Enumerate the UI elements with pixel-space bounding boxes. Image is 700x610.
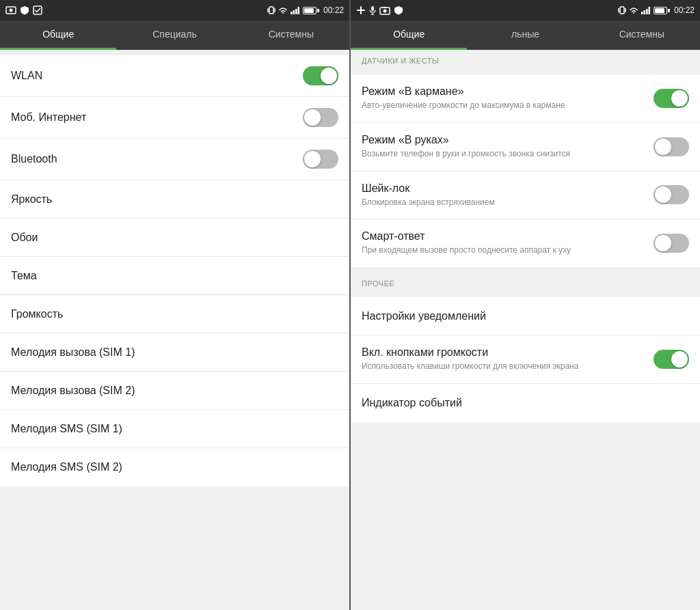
sensors-section-header: ДАТЧИКИ И ЖЕСТЫ (351, 50, 700, 69)
wlan-item[interactable]: WLAN (0, 55, 349, 97)
svg-point-16 (383, 9, 387, 12)
sms-sim1-item[interactable]: Мелодия SMS (SIM 1) (0, 410, 349, 448)
mobile-internet-item[interactable]: Моб. Интернет (0, 97, 349, 139)
pocket-mode-sub: Авто-увеличение громкости до максимума в… (362, 100, 648, 111)
pocket-mode-label: Режим «В кармане» (362, 85, 648, 98)
notification-settings-item[interactable]: Настройки уведомлений (351, 297, 700, 335)
shake-lock-item[interactable]: Шейк-лок Блокировка экрана встряхиванием (351, 171, 700, 220)
volume-buttons-label: Вкл. кнопками громкости (362, 346, 648, 359)
sms-sim2-label: Мелодия SMS (SIM 2) (11, 461, 122, 473)
event-indicator-item[interactable]: Индикатор событий (351, 384, 700, 422)
wallpaper-item[interactable]: Обои (0, 219, 349, 257)
ringtone-sim1-item[interactable]: Мелодия вызова (SIM 1) (0, 333, 349, 372)
bluetooth-toggle[interactable] (303, 150, 338, 169)
event-indicator-label: Индикатор событий (362, 397, 684, 409)
ringtone-sim2-label: Мелодия вызова (SIM 2) (11, 385, 135, 397)
svg-rect-22 (643, 10, 645, 14)
bluetooth-label: Bluetooth (11, 153, 57, 165)
brightness-label: Яркость (11, 193, 52, 206)
volume-buttons-toggle[interactable] (654, 350, 689, 369)
smart-answer-sub: При входящем вызове просто поднесите апп… (362, 245, 648, 256)
right-time: 00:22 (674, 5, 695, 15)
svg-rect-7 (293, 10, 295, 14)
hand-mode-label: Режим «В руках» (362, 134, 648, 146)
volume-item[interactable]: Громкость (0, 295, 349, 333)
svg-rect-23 (646, 9, 648, 14)
left-content[interactable]: WLAN Моб. Интернет Bluetooth (0, 50, 349, 610)
right-tab-bar: Общие льные Системны (351, 20, 700, 50)
photo-icon (379, 6, 390, 15)
wlan-label: WLAN (11, 70, 42, 82)
tab-special-right[interactable]: льные (467, 20, 583, 50)
mobile-internet-toggle[interactable] (303, 108, 338, 127)
volume-buttons-item[interactable]: Вкл. кнопками громкости Использовать кла… (351, 335, 700, 384)
wifi-icon-right (629, 6, 638, 14)
left-tab-bar: Общие Специаль Системны (0, 20, 349, 50)
wlan-toggle[interactable] (303, 66, 338, 85)
ringtone-sim2-item[interactable]: Мелодия вызова (SIM 2) (0, 372, 349, 410)
signal-icon-right (641, 6, 651, 14)
svg-rect-3 (269, 7, 273, 14)
volume-label: Громкость (11, 308, 63, 320)
sms-sim2-item[interactable]: Мелодия SMS (SIM 2) (0, 448, 349, 486)
right-status-icons: 00:22 (267, 5, 344, 15)
battery-icon (303, 7, 319, 14)
svg-rect-12 (371, 6, 374, 11)
tab-system-right[interactable]: Системны (584, 20, 700, 50)
shield-icon-right (394, 5, 403, 15)
other-list: Настройки уведомлений Вкл. кнопками гром… (351, 297, 700, 422)
left-panel: 00:22 Общие Специаль Системны WLAN Моб. … (0, 0, 349, 610)
svg-point-1 (10, 9, 13, 12)
svg-rect-24 (648, 7, 650, 14)
left-time: 00:22 (323, 5, 344, 15)
tab-system-left[interactable]: Системны (233, 20, 349, 50)
tab-general-left[interactable]: Общие (0, 20, 116, 50)
mic-icon (369, 5, 376, 15)
shield-icon (20, 5, 29, 15)
shake-lock-sub: Блокировка экрана встряхиванием (362, 197, 648, 208)
ringtone-sim1-label: Мелодия вызова (SIM 1) (11, 346, 135, 359)
svg-rect-6 (291, 12, 293, 14)
vibrate-icon-right (618, 5, 626, 15)
tab-special-left[interactable]: Специаль (116, 20, 232, 50)
svg-rect-21 (641, 12, 643, 14)
smart-answer-item[interactable]: Смарт-ответ При входящем вызове просто п… (351, 219, 700, 267)
svg-rect-17 (383, 7, 387, 8)
tab-general-right[interactable]: Общие (351, 20, 467, 50)
brightness-item[interactable]: Яркость (0, 180, 349, 219)
sms-sim1-label: Мелодия SMS (SIM 1) (11, 423, 122, 435)
shake-lock-label: Шейк-лок (362, 182, 648, 195)
shake-lock-toggle[interactable] (654, 185, 689, 204)
svg-rect-8 (295, 9, 297, 14)
right-status-icons-left (356, 5, 403, 15)
smart-answer-label: Смарт-ответ (362, 230, 648, 242)
wallpaper-label: Обои (11, 232, 38, 244)
bluetooth-item[interactable]: Bluetooth (0, 139, 349, 180)
sensors-list: Режим «В кармане» Авто-увеличение громко… (351, 74, 700, 267)
hand-mode-item[interactable]: Режим «В руках» Возьмите телефон в руки … (351, 123, 700, 171)
svg-rect-9 (297, 7, 299, 14)
left-status-bar: 00:22 (0, 0, 349, 20)
right-status-bar: 00:22 (351, 0, 700, 20)
vibrate-icon (267, 5, 275, 15)
plus-icon (356, 5, 366, 15)
signal-icon (291, 6, 300, 14)
theme-label: Тема (11, 270, 37, 282)
battery-icon-right (654, 7, 670, 14)
pocket-mode-item[interactable]: Режим «В кармане» Авто-увеличение громко… (351, 74, 700, 123)
wifi-icon (278, 6, 288, 14)
left-status-icons (5, 5, 42, 15)
right-panel: 00:22 Общие льные Системны ДАТЧИКИ И ЖЕС… (351, 0, 700, 610)
hand-mode-toggle[interactable] (654, 137, 689, 156)
pocket-mode-toggle[interactable] (654, 89, 689, 108)
left-settings-list: WLAN Моб. Интернет Bluetooth (0, 55, 349, 486)
check-icon (33, 5, 42, 15)
other-section-header: ПРОЧЕЕ (351, 273, 700, 292)
smart-answer-toggle[interactable] (654, 234, 689, 253)
theme-item[interactable]: Тема (0, 257, 349, 295)
volume-buttons-sub: Использовать клавиши громкости для включ… (362, 361, 648, 372)
screenshot-icon (5, 5, 16, 15)
mobile-internet-label: Моб. Интернет (11, 111, 86, 124)
right-content[interactable]: ДАТЧИКИ И ЖЕСТЫ Режим «В кармане» Авто-у… (351, 50, 700, 610)
right-status-icons-right: 00:22 (618, 5, 695, 15)
